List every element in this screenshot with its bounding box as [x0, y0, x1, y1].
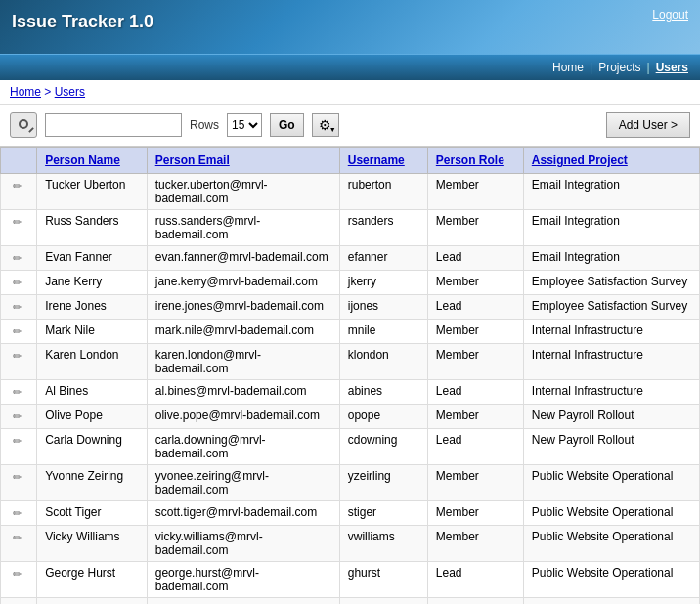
app-title: Issue Tracker 1.0: [12, 8, 153, 32]
edit-icon[interactable]: ✏: [9, 433, 24, 449]
cell-project: Internal Infrastructure: [523, 320, 699, 344]
edit-icon[interactable]: ✏: [9, 348, 24, 364]
cell-role: Member: [427, 405, 523, 429]
col-header-username[interactable]: Username: [339, 148, 427, 174]
cell-project: -: [523, 598, 699, 605]
cell-role: Manager: [427, 598, 523, 605]
cell-project: Email Integration: [523, 174, 699, 210]
cell-username: ruberton: [339, 174, 427, 210]
edit-icon[interactable]: ✏: [9, 178, 24, 194]
cell-username: tsuess: [339, 598, 427, 605]
cell-role: Member: [427, 210, 523, 246]
cell-email: vicky.williams@mrvl-bademail.com: [147, 526, 339, 562]
nav-users[interactable]: Users: [656, 61, 688, 74]
table-row: ✏Tom Suesstom.suess@mrvl-bademail.comtsu…: [1, 598, 700, 605]
cell-project: New Payroll Rollout: [523, 429, 699, 465]
table-row: ✏Olive Popeolive.pope@mrvl-bademail.como…: [1, 405, 700, 429]
cell-project: Internal Infrastructure: [523, 380, 699, 405]
cell-role: Lead: [427, 562, 523, 598]
edit-icon[interactable]: ✏: [9, 324, 24, 339]
table-row: ✏George Hurstgeorge.hurst@mrvl-bademail.…: [1, 562, 700, 598]
cell-username: vwilliams: [339, 526, 427, 562]
edit-icon[interactable]: ✏: [9, 250, 24, 266]
cell-email: russ.sanders@mrvl-bademail.com: [147, 210, 339, 246]
edit-icon[interactable]: ✏: [9, 505, 24, 521]
cell-email: karen.london@mrvl-bademail.com: [147, 344, 339, 380]
cell-role: Lead: [427, 429, 523, 465]
nav-home[interactable]: Home: [552, 61, 584, 74]
cell-username: klondon: [339, 344, 427, 380]
cell-email: george.hurst@mrvl-bademail.com: [147, 562, 339, 598]
cell-username: ghurst: [339, 562, 427, 598]
cell-project: Employee Satisfaction Survey: [523, 271, 699, 295]
table-row: ✏Vicky Williamsvicky.williams@mrvl-badem…: [1, 526, 700, 562]
cell-project: Employee Satisfaction Survey: [523, 295, 699, 320]
edit-icon[interactable]: ✏: [9, 409, 24, 424]
cell-name: Russ Sanders: [37, 210, 148, 246]
cell-role: Lead: [427, 295, 523, 320]
breadcrumb: Home > Users: [0, 80, 700, 105]
cell-name: Karen London: [37, 344, 148, 380]
table-row: ✏Tucker Ubertontucker.uberton@mrvl-badem…: [1, 174, 700, 210]
edit-icon[interactable]: ✏: [9, 566, 24, 582]
col-header-role[interactable]: Person Role: [427, 148, 523, 174]
edit-icon[interactable]: ✏: [9, 469, 24, 485]
breadcrumb-home[interactable]: Home: [10, 85, 41, 99]
edit-icon[interactable]: ✏: [9, 384, 24, 400]
cell-name: Tucker Uberton: [37, 174, 148, 210]
settings-button[interactable]: ⚙: [312, 113, 339, 137]
cell-name: Irene Jones: [37, 295, 148, 320]
cell-email: scott.tiger@mrvl-bademail.com: [147, 501, 339, 526]
go-button[interactable]: Go: [270, 113, 304, 137]
users-table-container: Person Name Person Email Username Person…: [0, 147, 700, 604]
nav-projects[interactable]: Projects: [598, 61, 640, 74]
table-row: ✏Yvonne Zeiringyvonee.zeiring@mrvl-badem…: [1, 465, 700, 501]
cell-role: Member: [427, 501, 523, 526]
cell-name: Tom Suess: [37, 598, 148, 605]
cell-username: cdowning: [339, 429, 427, 465]
cell-name: Carla Downing: [37, 429, 148, 465]
logout-button[interactable]: Logout: [652, 8, 688, 22]
edit-icon[interactable]: ✏: [9, 275, 24, 290]
cell-role: Lead: [427, 246, 523, 271]
edit-icon[interactable]: ✏: [9, 530, 24, 545]
edit-icon[interactable]: ✏: [9, 214, 24, 230]
cell-name: George Hurst: [37, 562, 148, 598]
cell-username: abines: [339, 380, 427, 405]
cell-email: jane.kerry@mrvl-bademail.com: [147, 271, 339, 295]
search-input[interactable]: [45, 113, 182, 137]
cell-role: Member: [427, 271, 523, 295]
cell-project: Email Integration: [523, 246, 699, 271]
toolbar: Rows 10 15 20 25 50 Go ⚙ Add User >: [0, 105, 700, 147]
col-header-project[interactable]: Assigned Project: [523, 148, 699, 174]
breadcrumb-current[interactable]: Users: [55, 85, 85, 99]
cell-project: Email Integration: [523, 210, 699, 246]
table-row: ✏Carla Downingcarla.downing@mrvl-bademai…: [1, 429, 700, 465]
cell-name: Scott Tiger: [37, 501, 148, 526]
cell-email: irene.jones@mrvl-bademail.com: [147, 295, 339, 320]
table-header-row: Person Name Person Email Username Person…: [1, 148, 700, 174]
cell-email: tom.suess@mrvl-bademail.com: [147, 598, 339, 605]
rows-select[interactable]: 10 15 20 25 50: [227, 113, 262, 137]
cell-username: rsanders: [339, 210, 427, 246]
cell-name: Al Bines: [37, 380, 148, 405]
col-header-name[interactable]: Person Name: [37, 148, 148, 174]
cell-username: efanner: [339, 246, 427, 271]
cell-username: yzeirling: [339, 465, 427, 501]
cell-username: jkerry: [339, 271, 427, 295]
cell-project: Public Website Operational: [523, 526, 699, 562]
edit-icon[interactable]: ✏: [9, 299, 24, 315]
cell-project: New Payroll Rollout: [523, 405, 699, 429]
nav-bar: Home | Projects | Users: [0, 54, 700, 80]
cell-email: al.bines@mrvl-bademail.com: [147, 380, 339, 405]
cell-role: Lead: [427, 380, 523, 405]
cell-username: ijones: [339, 295, 427, 320]
search-icon-button[interactable]: [10, 112, 37, 138]
cell-role: Member: [427, 174, 523, 210]
col-header-email[interactable]: Person Email: [147, 148, 339, 174]
cell-role: Member: [427, 320, 523, 344]
cell-name: Mark Nile: [37, 320, 148, 344]
cell-email: tucker.uberton@mrvl-bademail.com: [147, 174, 339, 210]
cell-name: Olive Pope: [37, 405, 148, 429]
add-user-button[interactable]: Add User >: [606, 112, 690, 138]
